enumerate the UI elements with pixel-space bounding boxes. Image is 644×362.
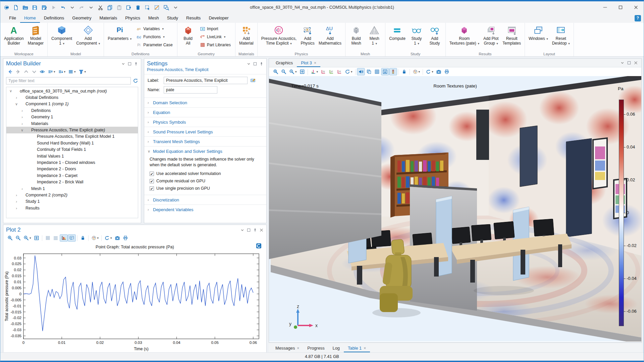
- gfx-fit-button[interactable]: [298, 68, 306, 75]
- mb-filter-button[interactable]: ▾: [77, 68, 88, 75]
- ribbon-button-add-physics[interactable]: Add Physics: [299, 24, 316, 46]
- expander-icon[interactable]: ›: [14, 199, 19, 203]
- float-icon[interactable]: [253, 62, 257, 66]
- tree-item-definitions[interactable]: ›Definitions: [6, 107, 138, 114]
- gfx-refresh-button[interactable]: ▾: [424, 68, 435, 75]
- chevron-down-icon[interactable]: [240, 228, 245, 232]
- settings-section-dependent-variables[interactable]: ›Dependent Variables: [144, 204, 266, 214]
- 3d-scene[interactable]: [269, 76, 641, 342]
- maximize-icon[interactable]: [613, 1, 628, 13]
- tree-item-geometry-1[interactable]: ›Geometry 1: [6, 114, 138, 120]
- ribbon-button-study-1[interactable]: Study 1 ▾: [408, 24, 425, 46]
- menu-results[interactable]: Results: [182, 13, 205, 23]
- tree-item-continuity-of-total-fields-1[interactable]: Continuity of Total Fields 1: [6, 146, 138, 153]
- gfx-camera-button[interactable]: [435, 68, 443, 75]
- expander-icon[interactable]: ›: [20, 187, 24, 191]
- ribbon-button-add-plot-group[interactable]: Add Plot Group ▾: [482, 24, 500, 46]
- tree-item-global-definitions[interactable]: ›Global Definitions: [6, 94, 138, 101]
- plot2-refresh-button[interactable]: ▾: [103, 234, 113, 242]
- settings-section-domain-selection[interactable]: ›Domain Selection: [144, 98, 266, 107]
- refresh-icon[interactable]: [133, 78, 138, 83]
- mb-nav-up-button[interactable]: [22, 68, 30, 75]
- plot2-axisbox-button[interactable]: [60, 234, 68, 242]
- duplicate-icon[interactable]: [124, 3, 133, 12]
- gfx-view-xy-button[interactable]: xy: [319, 68, 327, 75]
- cut-icon[interactable]: [96, 3, 105, 12]
- expander-icon[interactable]: ›: [20, 109, 24, 113]
- expander-icon[interactable]: ∨: [14, 102, 19, 106]
- gfx-colorbar-button[interactable]: [389, 68, 397, 75]
- ribbon-button-import[interactable]: Import: [198, 25, 232, 32]
- plot2-fit-button[interactable]: [33, 234, 41, 242]
- mb-listview-button[interactable]: ▾: [67, 68, 77, 75]
- gfx-transparency-button[interactable]: [365, 68, 373, 75]
- settings-section-discretization[interactable]: ›Discretization: [144, 195, 266, 204]
- tree-item-initial-values-1[interactable]: Initial Values 1: [6, 153, 138, 159]
- gfx-view-xz-button[interactable]: xz: [335, 68, 343, 75]
- tree-item-mesh-1[interactable]: ›Mesh 1: [6, 185, 138, 192]
- ribbon-button-application-builder[interactable]: AApplication Builder: [2, 24, 25, 46]
- gfx-speaker-button[interactable]: [357, 68, 365, 75]
- gfx-scene-arrows-button[interactable]: [381, 68, 389, 75]
- bottom-tab-messages[interactable]: Messages×: [271, 344, 303, 352]
- pin-icon[interactable]: [253, 228, 257, 232]
- menu-file[interactable]: File: [5, 13, 20, 23]
- plot2-zoom-in-button[interactable]: [6, 234, 14, 242]
- gfx-rotate-button[interactable]: ▾: [343, 68, 354, 75]
- settings-section-transient-mesh-settings[interactable]: ›Transient Mesh Settings: [144, 136, 266, 146]
- expander-icon[interactable]: ›: [14, 206, 19, 210]
- paste-icon[interactable]: [115, 3, 123, 12]
- float-icon[interactable]: [247, 228, 251, 232]
- gfx-zoom-box-button[interactable]: ▾: [288, 68, 298, 75]
- gfx-view-yz-button[interactable]: yz: [327, 68, 335, 75]
- ribbon-button-add-mathematics[interactable]: ΔUAdd Mathematics: [317, 24, 343, 46]
- settings-section-model-equation-and-solver-settings[interactable]: ∨Model Equation and Solver Settings: [144, 146, 266, 156]
- expander-icon[interactable]: ›: [14, 96, 19, 100]
- plot2-palette-button[interactable]: ▾: [90, 234, 100, 242]
- expander-icon[interactable]: ∨: [20, 128, 24, 132]
- gfx-grid-button[interactable]: [373, 68, 381, 75]
- plot2-xgrid-button[interactable]: [44, 234, 52, 242]
- zoom-select-icon[interactable]: [162, 3, 170, 12]
- checkbox[interactable]: ✔: [150, 186, 154, 191]
- run-icon[interactable]: [49, 3, 58, 12]
- undo-icon[interactable]: [59, 3, 67, 12]
- mb-nav-back-button[interactable]: [6, 68, 14, 75]
- tab-close-icon[interactable]: ×: [314, 61, 316, 65]
- checkbox[interactable]: ✔: [150, 172, 154, 176]
- menu-geometry[interactable]: Geometry: [68, 13, 95, 23]
- tree-item-pressure-acoustics-time-explicit[interactable]: ∨Pressure Acoustics, Time Explicit(pate): [6, 127, 138, 133]
- tab-close-icon[interactable]: ×: [297, 346, 299, 351]
- chevron-down-icon[interactable]: [121, 62, 125, 66]
- ribbon-button-pressure-acoustics-time-explicit[interactable]: Pressure Acoustics, Time Explicit ▾: [260, 24, 298, 46]
- gfx-print-button[interactable]: [443, 68, 451, 75]
- mb-collapse-button[interactable]: ▾: [46, 68, 57, 75]
- ribbon-button-build-all[interactable]: Build All: [179, 24, 197, 46]
- close-icon[interactable]: [634, 61, 638, 65]
- chevron-down-icon[interactable]: [247, 62, 251, 66]
- menu-study[interactable]: Study: [163, 13, 182, 23]
- save-as-icon[interactable]: [40, 3, 48, 12]
- toolbar-overflow-icon[interactable]: [87, 3, 95, 12]
- tree-item-office-space-63-30t0-n4-ma-out-mph[interactable]: ∨office_space_63_30T0_N4_ma_out.mph(root…: [6, 88, 138, 94]
- tree-item-study-1[interactable]: ›Study 1: [6, 198, 138, 205]
- checkbox[interactable]: ✔: [150, 179, 154, 183]
- close-icon[interactable]: [259, 228, 264, 232]
- deselect-icon[interactable]: [153, 3, 161, 12]
- gfx-palette-button[interactable]: ▾: [411, 68, 422, 75]
- tab-close-icon[interactable]: ×: [364, 346, 366, 351]
- tree-item-impedance-1-closed-windows[interactable]: Impedance 1 - Closed windows: [6, 159, 138, 166]
- menu-mesh[interactable]: Mesh: [144, 13, 163, 23]
- ribbon-button-add-component[interactable]: Add Component ▾: [74, 24, 102, 46]
- plot2-annotation-button[interactable]: [68, 234, 76, 242]
- ribbon-button-parameters[interactable]: PiParameters ▾: [106, 24, 133, 42]
- pin-icon[interactable]: [134, 62, 138, 66]
- ribbon-button-compute[interactable]: Compute: [387, 24, 407, 42]
- ribbon-button-parameter-case[interactable]: PiParameter Case: [135, 41, 174, 48]
- gfx-zoom-out-button[interactable]: [280, 68, 288, 75]
- menu-materials[interactable]: Materials: [95, 13, 121, 23]
- ribbon-button-livelink[interactable]: LiveLink▾: [198, 33, 232, 40]
- ribbon-button-part-libraries[interactable]: Part Libraries: [198, 41, 232, 48]
- expander-icon[interactable]: ›: [20, 122, 24, 126]
- filter-input[interactable]: [6, 77, 131, 84]
